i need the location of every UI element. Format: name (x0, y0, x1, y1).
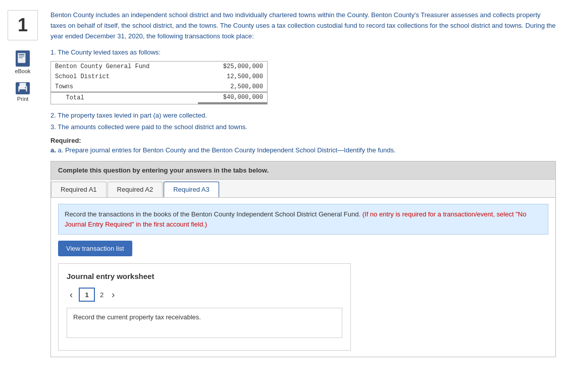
table-row: School District 12,500,000 (51, 72, 267, 82)
view-transaction-button[interactable]: View transaction list (58, 241, 132, 256)
page-2[interactable]: 2 (98, 290, 106, 300)
tax-label-3: Towns (51, 82, 198, 92)
svg-rect-6 (20, 89, 26, 93)
tab-required-a1[interactable]: Required A1 (51, 182, 107, 197)
print-label: Print (17, 96, 29, 102)
tab-required-a3[interactable]: Required A3 (164, 182, 219, 197)
record-description-box: Record the current property tax receivab… (67, 308, 342, 338)
tax-label-1: Benton County General Fund (51, 62, 198, 72)
intro-paragraph: Benton County includes an independent sc… (50, 10, 556, 41)
question-1: 1. The County levied taxes as follows: (50, 48, 556, 56)
required-a-bold: a. (50, 146, 56, 154)
info-normal-text: Record the transactions in the books of … (65, 210, 361, 218)
q2-number: 2. (50, 111, 58, 119)
ebook-label: eBook (15, 68, 30, 74)
tabs-container: Required A1 Required A2 Required A3 Reco… (50, 180, 556, 357)
tax-total-amount: $40,000,000 (198, 92, 267, 103)
ebook-button[interactable]: eBook (15, 50, 30, 74)
journal-entry-worksheet: Journal entry worksheet ‹ 1 2 › (58, 263, 351, 351)
tabs-row: Required A1 Required A2 Required A3 (51, 180, 555, 198)
pagination-row: ‹ 1 2 › (67, 288, 342, 302)
main-content: Benton County includes an independent sc… (45, 5, 566, 387)
left-sidebar: 1 eBook Print (0, 5, 45, 387)
instruction-box: Complete this question by entering your … (50, 161, 556, 180)
required-section: Required: a. a. Prepare journal entries … (50, 137, 556, 154)
print-button[interactable]: Print (16, 82, 30, 102)
q3-text: The amounts collected were paid to the s… (58, 123, 247, 131)
tax-amount-1: $25,000,000 (198, 62, 267, 72)
table-row: Benton County General Fund $25,000,000 (51, 62, 267, 72)
tab-a3-label: Required A3 (173, 186, 210, 193)
question-number-box: 1 (8, 10, 38, 40)
q2-text: The property taxes levied in part (a) we… (58, 111, 207, 119)
ebook-icon (16, 50, 30, 67)
table-row-total: Total $40,000,000 (51, 92, 267, 103)
tab-required-a2[interactable]: Required A2 (108, 182, 163, 197)
q3-number: 3. (50, 123, 58, 131)
required-text: a. a. Prepare journal entries for Benton… (50, 146, 556, 154)
print-icon (16, 82, 30, 94)
tax-label-2: School District (51, 72, 198, 82)
view-transaction-label: View transaction list (66, 245, 124, 252)
q1-text: The County levied taxes as follows: (58, 48, 161, 56)
question-2: 2. The property taxes levied in part (a)… (50, 111, 556, 119)
journal-title: Journal entry worksheet (67, 272, 342, 281)
required-label: Required: (50, 137, 556, 144)
svg-rect-1 (19, 54, 24, 55)
tab-content-area: Record the transactions in the books of … (51, 198, 555, 357)
tax-amount-3: 2,500,000 (198, 82, 267, 92)
required-a-text: a. Prepare journal entries for Benton Co… (58, 146, 395, 154)
tax-amount-2: 12,500,000 (198, 72, 267, 82)
info-banner: Record the transactions in the books of … (58, 204, 548, 235)
tab-a1-label: Required A1 (61, 186, 97, 193)
page-1[interactable]: 1 (79, 288, 95, 302)
tax-table: Benton County General Fund $25,000,000 S… (50, 61, 268, 104)
page-2-number: 2 (100, 291, 104, 299)
prev-page-button[interactable]: ‹ (67, 289, 76, 301)
question-3: 3. The amounts collected were paid to th… (50, 123, 556, 131)
tax-total-label: Total (51, 92, 198, 103)
svg-rect-3 (19, 58, 23, 58)
tab-a2-label: Required A2 (117, 186, 153, 193)
svg-point-7 (25, 87, 26, 88)
question-number: 1 (18, 15, 28, 36)
page-1-number: 1 (85, 291, 88, 299)
table-row: Towns 2,500,000 (51, 82, 267, 92)
record-description-text: Record the current property tax receivab… (73, 313, 201, 321)
svg-rect-2 (19, 56, 24, 57)
svg-rect-5 (20, 83, 26, 87)
next-page-button[interactable]: › (109, 289, 118, 301)
q1-number: 1. (50, 48, 58, 56)
instruction-text: Complete this question by entering your … (58, 166, 269, 174)
